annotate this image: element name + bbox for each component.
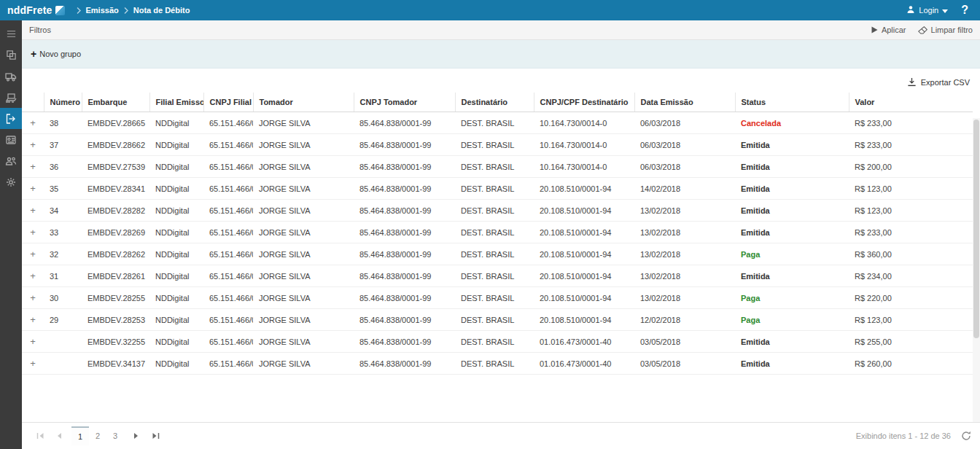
cell-valor: R$ 123,00 bbox=[849, 309, 973, 331]
page-button-3[interactable]: 3 bbox=[106, 426, 124, 445]
header-valor[interactable]: Valor bbox=[849, 93, 973, 112]
table-row[interactable]: +EMBDEV.32255NDDigital65.151.466/000...J… bbox=[22, 331, 973, 353]
header-status[interactable]: Status bbox=[735, 93, 849, 112]
cell-cnpj_dest: 20.108.510/0001-94 bbox=[534, 265, 634, 287]
cell-status: Emitida bbox=[735, 134, 849, 156]
table-row[interactable]: +30EMBDEV.28255NDDigital65.151.466/000..… bbox=[22, 287, 973, 309]
cell-valor: R$ 255,00 bbox=[849, 331, 973, 353]
header-cnpj-cpf-destinatario[interactable]: CNPJ/CPF Destinatário bbox=[534, 93, 634, 112]
cell-embarque: EMBDEV.28662 bbox=[82, 134, 149, 156]
company-icon[interactable] bbox=[0, 44, 22, 66]
cell-status: Paga bbox=[735, 243, 849, 265]
table-row[interactable]: +35EMBDEV.28341NDDigital65.151.466/000..… bbox=[22, 178, 973, 200]
cell-cnpj_tomador: 85.464.838/0001-99 bbox=[354, 112, 455, 134]
header-numero[interactable]: Número↓ bbox=[44, 93, 82, 112]
table-row[interactable]: +38EMBDEV.28665NDDigital65.151.466/000..… bbox=[22, 112, 973, 134]
badge-icon[interactable] bbox=[0, 129, 22, 150]
header-data-emissao[interactable]: Data Emissão bbox=[634, 93, 735, 112]
header-expand bbox=[22, 93, 44, 112]
clear-filter-button[interactable]: Limpar filtro bbox=[918, 26, 973, 34]
cell-tomador: JORGE SILVA bbox=[253, 309, 354, 331]
last-page-button[interactable] bbox=[146, 426, 165, 445]
previous-page-icon bbox=[56, 432, 62, 440]
cell-numero: 35 bbox=[44, 178, 82, 200]
cell-status: Emitida bbox=[735, 156, 849, 178]
export-csv-button[interactable]: Exportar CSV bbox=[907, 77, 970, 87]
table-row[interactable]: +32EMBDEV.28262NDDigital65.151.466/000..… bbox=[22, 243, 973, 265]
row-expand-button[interactable]: + bbox=[22, 200, 44, 222]
cell-valor: R$ 220,00 bbox=[849, 287, 973, 309]
cell-tomador: JORGE SILVA bbox=[253, 353, 354, 375]
row-expand-button[interactable]: + bbox=[22, 353, 44, 375]
truck-icon[interactable] bbox=[0, 66, 22, 87]
cell-valor: R$ 123,00 bbox=[849, 178, 973, 200]
cell-destinatario: DEST. BRASIL bbox=[455, 309, 534, 331]
cell-cnpj_filial: 65.151.466/000... bbox=[203, 134, 253, 156]
next-page-button[interactable] bbox=[127, 426, 146, 445]
breadcrumb-item-emissao[interactable]: Emissão bbox=[86, 6, 119, 15]
row-expand-button[interactable]: + bbox=[22, 287, 44, 309]
cell-valor: R$ 360,00 bbox=[849, 243, 973, 265]
row-expand-button[interactable]: + bbox=[22, 265, 44, 287]
cell-tomador: JORGE SILVA bbox=[253, 243, 354, 265]
brand-logo[interactable]: nddFrete bbox=[0, 4, 72, 16]
header-embarque[interactable]: Embarque bbox=[82, 93, 149, 112]
cell-valor: R$ 233,00 bbox=[849, 222, 973, 243]
table-row[interactable]: +36EMBDEV.27539NDDigital65.151.466/000..… bbox=[22, 156, 973, 178]
cell-filial: NDDigital bbox=[149, 243, 203, 265]
scrollbar-thumb[interactable] bbox=[973, 120, 979, 338]
header-cnpj-tomador[interactable]: CNPJ Tomador bbox=[354, 93, 455, 112]
row-expand-button[interactable]: + bbox=[22, 222, 44, 243]
brand-flag-icon bbox=[55, 6, 65, 15]
row-expand-button[interactable]: + bbox=[22, 243, 44, 265]
apply-filter-button[interactable]: Aplicar bbox=[871, 26, 906, 34]
cell-valor: R$ 200,00 bbox=[849, 156, 973, 178]
vertical-scrollbar[interactable] bbox=[973, 118, 980, 439]
table-row[interactable]: +31EMBDEV.28261NDDigital65.151.466/000..… bbox=[22, 265, 973, 287]
menu-icon[interactable] bbox=[0, 23, 22, 44]
cell-embarque: EMBDEV.28665 bbox=[82, 112, 149, 134]
login-menu[interactable]: Login bbox=[906, 5, 948, 15]
header-destinatario[interactable]: Destinatário bbox=[455, 93, 534, 112]
previous-page-button[interactable] bbox=[50, 426, 69, 445]
cell-cnpj_filial: 65.151.466/000... bbox=[203, 243, 253, 265]
help-button[interactable]: ? bbox=[958, 4, 971, 17]
chevron-right-icon bbox=[124, 7, 128, 14]
table-row[interactable]: +37EMBDEV.28662NDDigital65.151.466/000..… bbox=[22, 134, 973, 156]
row-expand-button[interactable]: + bbox=[22, 134, 44, 156]
cell-filial: NDDigital bbox=[149, 265, 203, 287]
new-group-button[interactable]: + Novo grupo bbox=[31, 49, 81, 59]
sidebar-item-emissao[interactable] bbox=[0, 108, 22, 129]
cell-valor: R$ 123,00 bbox=[849, 200, 973, 222]
pagination-bar: 123 Exibindo itens 1 - 12 de 36 bbox=[22, 422, 980, 449]
pager-info: Exibindo itens 1 - 12 de 36 bbox=[856, 432, 951, 440]
header-filial-emissora[interactable]: Filial Emissora bbox=[149, 93, 203, 112]
row-expand-button[interactable]: + bbox=[22, 156, 44, 178]
table-row[interactable]: +EMBDEV.34137NDDigital65.151.466/000...J… bbox=[22, 353, 973, 375]
header-cnpj-filial[interactable]: CNPJ Filial bbox=[203, 93, 253, 112]
users-icon[interactable] bbox=[0, 150, 22, 171]
breadcrumb-item-nota-debito[interactable]: Nota de Débito bbox=[133, 6, 190, 15]
page-button-2[interactable]: 2 bbox=[89, 426, 106, 445]
cell-data_emissao: 12/02/2018 bbox=[634, 309, 735, 331]
shipments-icon[interactable] bbox=[0, 87, 22, 108]
cell-valor: R$ 233,00 bbox=[849, 134, 973, 156]
first-page-button[interactable] bbox=[31, 426, 50, 445]
row-expand-button[interactable]: + bbox=[22, 309, 44, 331]
cell-cnpj_filial: 65.151.466/000... bbox=[203, 222, 253, 243]
chevron-right-icon bbox=[77, 7, 81, 14]
cell-cnpj_filial: 65.151.466/000... bbox=[203, 112, 253, 134]
table-row[interactable]: +33EMBDEV.28269NDDigital65.151.466/000..… bbox=[22, 222, 973, 243]
settings-gear-icon[interactable] bbox=[0, 171, 22, 192]
row-expand-button[interactable]: + bbox=[22, 331, 44, 353]
table-row[interactable]: +34EMBDEV.28282NDDigital65.151.466/000..… bbox=[22, 200, 973, 222]
play-icon bbox=[871, 26, 878, 34]
refresh-button[interactable] bbox=[961, 431, 971, 441]
header-tomador[interactable]: Tomador bbox=[253, 93, 354, 112]
row-expand-button[interactable]: + bbox=[22, 178, 44, 200]
cell-embarque: EMBDEV.27539 bbox=[82, 156, 149, 178]
row-expand-button[interactable]: + bbox=[22, 112, 44, 134]
page-button-1[interactable]: 1 bbox=[71, 426, 89, 445]
table-row[interactable]: +29EMBDEV.28253NDDigital65.151.466/000..… bbox=[22, 309, 973, 331]
cell-status: Emitida bbox=[735, 222, 849, 243]
